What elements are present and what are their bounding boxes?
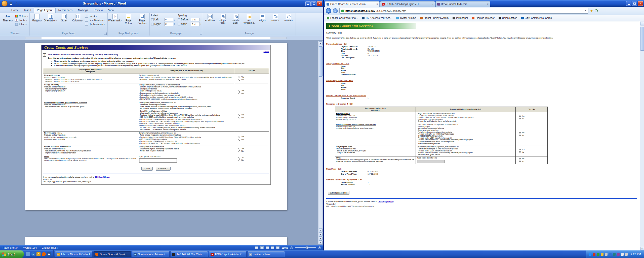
tray-icon[interactable] <box>609 253 612 256</box>
tab-close-icon[interactable]: × <box>487 3 489 6</box>
favorites-item[interactable]: Landfill Gas Power Pla... <box>327 17 358 19</box>
orientation-button[interactable]: Orientation▾ <box>44 13 57 22</box>
close-button[interactable]: × <box>638 1 643 6</box>
tray-icon[interactable] <box>613 253 616 256</box>
quick-launch-icon[interactable] <box>47 252 51 256</box>
start-button[interactable]: Start <box>0 250 24 258</box>
dialog-launcher-icon[interactable] <box>104 33 107 35</box>
quick-launch-icon[interactable] <box>42 252 46 256</box>
tray-icon[interactable] <box>597 253 599 256</box>
zoom-out-icon[interactable]: − <box>290 246 293 249</box>
full-screen-view-icon[interactable] <box>260 246 264 249</box>
ribbon-tab[interactable]: Home <box>9 8 21 13</box>
tab-close-icon[interactable]: × <box>376 3 378 6</box>
back-button[interactable]: ← <box>326 8 331 14</box>
page-color-button[interactable]: Page Color▾ <box>122 13 135 25</box>
scroll-thumb[interactable] <box>640 27 644 51</box>
ggshelp-email-link[interactable]: GGSHelp@bls.gov <box>378 201 393 203</box>
page-borders-button[interactable]: Page Borders <box>136 13 148 25</box>
yes-radio[interactable]: Yes <box>519 158 546 160</box>
spacing-after-spinner[interactable]: After:0 pt▴▾ <box>178 22 201 26</box>
taskbar-window-button[interactable]: Screenshots - Microsoft... <box>132 251 170 257</box>
status-words[interactable]: Words: 174 <box>23 246 37 249</box>
watermark-button[interactable]: Watermark▾ <box>109 13 121 22</box>
employees-edit-link[interactable]: Number of Employees at this Worksite - E… <box>326 94 366 96</box>
scroll-up-icon[interactable]: ▲ <box>640 22 644 25</box>
favorites-item[interactable]: TSP: Access Your Acc... <box>362 17 392 19</box>
fiscal-year-edit-link[interactable]: Fiscal Year - Edit <box>326 168 341 170</box>
bookmark-star-icon[interactable]: ★ <box>590 9 593 13</box>
tray-icon[interactable] <box>621 253 624 256</box>
favorites-item[interactable]: Instapaper <box>453 17 468 19</box>
text-wrapping-button[interactable]: Text Wrapping▾ <box>243 13 255 25</box>
send-to-back-button[interactable]: Send to Back▾ <box>230 13 242 25</box>
tray-icon[interactable] <box>589 253 591 256</box>
tray-icon[interactable] <box>605 253 608 256</box>
spacing-before-spinner[interactable]: Before:0 pt▴▾ <box>178 18 201 21</box>
document-page-next[interactable] <box>25 237 287 245</box>
no-radio[interactable]: No <box>519 160 546 163</box>
no-radio[interactable]: No <box>519 134 546 136</box>
clock[interactable]: 2:23 PM <box>631 253 641 256</box>
quick-launch-icon[interactable] <box>31 252 35 256</box>
themes-button[interactable]: Themes▾ <box>2 13 14 22</box>
question4-edit-link[interactable]: Response to Question 4 - Edit <box>326 103 353 105</box>
undo-icon[interactable] <box>14 2 18 6</box>
minimize-button[interactable] <box>305 1 311 6</box>
browser-tab[interactable]: Drew Curtis' FARK.com × <box>435 1 490 7</box>
status-language[interactable]: English (U.S.) <box>42 246 58 249</box>
secondary-contact-edit-link[interactable]: Secondary Contact Info - Edit <box>326 79 353 82</box>
browser-tab[interactable]: Green Goods & Services - Sum... × <box>325 1 380 7</box>
tray-icon[interactable] <box>601 253 603 256</box>
align-button[interactable]: Align▾ <box>256 13 268 22</box>
maximize-button[interactable] <box>632 1 637 6</box>
survey-contact-edit-link[interactable]: Survey Contact Info - Edit <box>326 62 349 64</box>
zoom-level[interactable]: 110% <box>281 246 288 249</box>
dialog-launcher-icon[interactable] <box>200 33 202 35</box>
size-button[interactable]: Size▾ <box>58 13 70 22</box>
zoom-in-icon[interactable]: + <box>318 246 321 249</box>
favorites-item[interactable]: Citi® Commercial Cards <box>521 17 552 19</box>
scroll-down-icon[interactable]: ▼ <box>640 247 644 250</box>
favorites-item[interactable]: Brandt Survey System <box>420 17 449 19</box>
forward-button[interactable]: → <box>333 8 338 13</box>
page-scrollbar[interactable]: ▲ ▼ <box>640 21 644 250</box>
other-description-input[interactable] <box>417 160 445 163</box>
favorites-item[interactable]: Union Station <box>499 17 517 19</box>
address-dropdown-icon[interactable]: ▼ <box>585 10 587 12</box>
minimize-button[interactable] <box>626 1 631 6</box>
margins-button[interactable]: Margins▾ <box>31 13 43 22</box>
quick-launch-icon[interactable] <box>26 252 30 256</box>
scroll-thumb[interactable] <box>319 46 323 77</box>
ribbon-tab[interactable]: Insert <box>21 8 34 13</box>
tray-icon[interactable] <box>625 253 628 256</box>
print-layout-view-icon[interactable] <box>255 246 258 249</box>
next-page-icon[interactable]: ▼ <box>319 240 323 244</box>
quick-launch-icon[interactable] <box>36 252 41 256</box>
tray-icon[interactable] <box>593 253 595 256</box>
document-scrollbar[interactable]: ▲ ▼ ▲ ● ▼ <box>318 41 323 244</box>
submit-button[interactable]: Submit (data to BLS) <box>328 191 349 195</box>
indent-right-spinner[interactable]: Right:0"▴▾ <box>151 22 175 26</box>
scroll-up-icon[interactable]: ▲ <box>319 41 323 45</box>
theme-effects-button[interactable]: Effects▾ <box>15 23 28 26</box>
horizontal-ruler[interactable] <box>0 36 323 40</box>
favorites-item[interactable]: Twitter / Home <box>396 17 416 19</box>
ribbon-tab[interactable]: Mailings <box>75 8 91 13</box>
theme-colors-button[interactable]: Colors▾ <box>15 15 28 18</box>
ribbon-tab[interactable]: Review <box>91 8 105 13</box>
line-numbers-button[interactable]: Line Numbers▾ <box>85 19 106 22</box>
breaks-button[interactable]: Breaks▾ <box>85 15 106 18</box>
no-radio[interactable]: No <box>519 118 546 120</box>
tray-icon[interactable] <box>617 253 620 256</box>
physical-address-edit-link[interactable]: Physical Address - Edit <box>326 43 347 45</box>
save-icon[interactable] <box>9 2 13 6</box>
draft-view-icon[interactable] <box>276 246 279 249</box>
ribbon-tab[interactable]: Page Layout <box>34 8 56 13</box>
rotate-button[interactable]: Rotate▾ <box>283 13 295 22</box>
taskbar-window-button[interactable]: untitled - Paint <box>247 251 285 257</box>
redo-icon[interactable] <box>19 2 22 6</box>
yes-radio[interactable]: Yes <box>519 132 546 134</box>
ribbon-tab[interactable]: View <box>105 8 117 13</box>
status-page[interactable]: Page: 8 of 34 <box>3 246 18 249</box>
